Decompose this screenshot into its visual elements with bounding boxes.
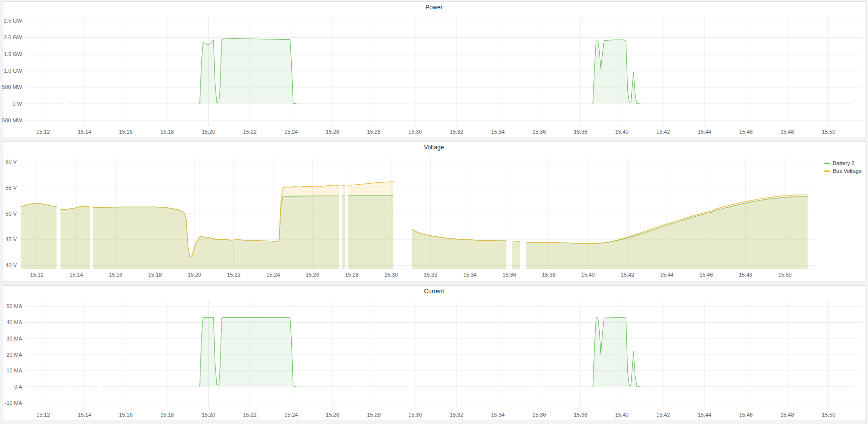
x-tick-label: 15:26	[326, 129, 339, 135]
x-tick-label: 15:28	[367, 129, 381, 135]
series-fill	[539, 40, 853, 104]
y-tick-label: 10 MA	[6, 367, 22, 373]
x-tick-label: 15:46	[739, 412, 753, 418]
x-tick-label: 15:26	[326, 412, 339, 418]
x-tick-label: 15:22	[227, 272, 241, 278]
x-tick-label: 15:12	[36, 129, 50, 135]
legend-item-bus-voltage[interactable]: Bus Voltage	[824, 168, 862, 174]
x-tick-label: 15:30	[408, 129, 422, 135]
x-tick-label: 15:34	[491, 412, 505, 418]
x-tick-label: 15:50	[822, 129, 836, 135]
y-tick-label: 40 V	[5, 262, 17, 268]
x-tick-label: 15:26	[306, 272, 319, 278]
panel-body: 2.5 GW2.0 GW1.5 GW1.0 GW500 MW0 W-500 MW…	[2, 13, 866, 138]
x-tick-label: 15:22	[243, 129, 257, 135]
x-tick-label: 15:28	[367, 412, 381, 418]
legend-label: Bus Voltage	[833, 168, 862, 174]
series-fill	[412, 229, 506, 269]
series-fill	[539, 318, 853, 387]
y-tick-label: -10 MA	[5, 400, 23, 406]
series-line	[539, 40, 853, 104]
series-fill	[342, 186, 345, 269]
x-tick-label: 15:32	[450, 129, 464, 135]
x-tick-label: 15:14	[69, 272, 83, 278]
y-tick-label: 55 V	[5, 185, 17, 191]
y-tick-label: 0 A	[14, 384, 23, 390]
x-tick-label: 15:16	[109, 272, 123, 278]
x-tick-label: 15:36	[532, 129, 546, 135]
panel-header[interactable]: Power	[2, 2, 866, 13]
x-tick-label: 15:16	[119, 129, 133, 135]
y-tick-label: 500 MW	[2, 84, 23, 90]
x-tick-label: 15:38	[574, 129, 588, 135]
panel-voltage: Voltage 60 V55 V50 V45 V40 V15:1215:1415…	[2, 141, 866, 282]
x-tick-label: 15:46	[739, 129, 753, 135]
x-tick-label: 15:18	[160, 129, 174, 135]
legend-swatch	[824, 170, 830, 172]
x-tick-label: 15:40	[615, 129, 629, 135]
y-tick-label: 50 V	[5, 211, 17, 217]
x-tick-label: 15:44	[698, 129, 711, 135]
x-tick-label: 15:42	[656, 412, 670, 418]
panel-title-voltage[interactable]: Voltage	[424, 144, 444, 151]
x-tick-label: 15:22	[243, 412, 257, 418]
x-tick-label: 15:14	[78, 129, 91, 135]
y-tick-label: 45 V	[5, 236, 17, 242]
x-tick-label: 15:44	[698, 412, 711, 418]
voltage-chart-canvas[interactable]: 60 V55 V50 V45 V40 V15:1215:1415:1615:18…	[2, 153, 866, 282]
series-fill	[102, 39, 358, 104]
series-fill	[21, 203, 56, 269]
x-tick-label: 15:18	[160, 412, 174, 418]
x-tick-label: 15:28	[345, 272, 359, 278]
y-tick-label: 1.0 GW	[4, 68, 23, 74]
x-tick-label: 15:44	[660, 272, 674, 278]
legend-item-battery-2[interactable]: Battery 2	[824, 160, 862, 167]
series-fill	[93, 186, 339, 269]
x-tick-label: 15:36	[503, 272, 516, 278]
panel-header[interactable]: Voltage	[2, 142, 866, 153]
x-tick-label: 15:16	[119, 412, 133, 418]
x-tick-label: 15:12	[36, 412, 50, 418]
x-tick-label: 15:30	[385, 272, 398, 278]
series-fill	[348, 182, 393, 269]
panel-title-current[interactable]: Current	[424, 288, 444, 295]
series-fill	[102, 317, 358, 387]
x-tick-label: 15:14	[78, 412, 91, 418]
power-chart-canvas[interactable]: 2.5 GW2.0 GW1.5 GW1.0 GW500 MW0 W-500 MW…	[2, 13, 866, 138]
x-tick-label: 15:20	[188, 272, 201, 278]
y-tick-label: 20 MA	[6, 352, 22, 358]
grafana-dashboard: Power 2.5 GW2.0 GW1.5 GW1.0 GW500 MW0 W-…	[0, 0, 868, 424]
x-tick-label: 15:32	[450, 412, 464, 418]
x-tick-label: 15:38	[574, 412, 588, 418]
x-tick-label: 15:46	[700, 272, 713, 278]
panel-title-power[interactable]: Power	[425, 4, 443, 11]
panel-body: 60 V55 V50 V45 V40 V15:1215:1415:1615:18…	[2, 153, 866, 282]
y-tick-label: 0 W	[12, 101, 22, 107]
x-tick-label: 15:18	[148, 272, 162, 278]
x-tick-label: 15:12	[30, 272, 44, 278]
x-tick-label: 15:42	[621, 272, 635, 278]
legend-swatch	[824, 163, 830, 164]
y-tick-label: -500 MW	[2, 117, 23, 123]
panel-header[interactable]: Current	[2, 286, 866, 297]
y-tick-label: 1.5 GW	[4, 51, 23, 57]
y-tick-label: 40 MA	[6, 319, 22, 325]
x-tick-label: 15:20	[202, 412, 216, 418]
y-tick-label: 60 V	[5, 159, 17, 165]
x-tick-label: 15:20	[202, 129, 216, 135]
x-tick-label: 15:30	[408, 412, 422, 418]
x-tick-label: 15:32	[424, 272, 438, 278]
voltage-legend: Battery 2Bus Voltage	[824, 160, 862, 174]
x-tick-label: 15:40	[581, 272, 595, 278]
current-chart-canvas[interactable]: 50 MA40 MA30 MA20 MA10 MA0 A-10 MA15:121…	[2, 297, 866, 421]
y-tick-label: 2.5 GW	[4, 18, 23, 24]
y-tick-label: 30 MA	[6, 336, 22, 341]
x-tick-label: 15:24	[284, 129, 298, 135]
x-tick-label: 15:42	[656, 129, 670, 135]
panel-body: 50 MA40 MA30 MA20 MA10 MA0 A-10 MA15:121…	[2, 297, 866, 421]
series-line	[539, 318, 853, 387]
x-tick-label: 15:36	[532, 412, 546, 418]
panel-power: Power 2.5 GW2.0 GW1.5 GW1.0 GW500 MW0 W-…	[2, 1, 866, 138]
x-tick-label: 15:40	[615, 412, 629, 418]
series-line	[342, 186, 345, 186]
